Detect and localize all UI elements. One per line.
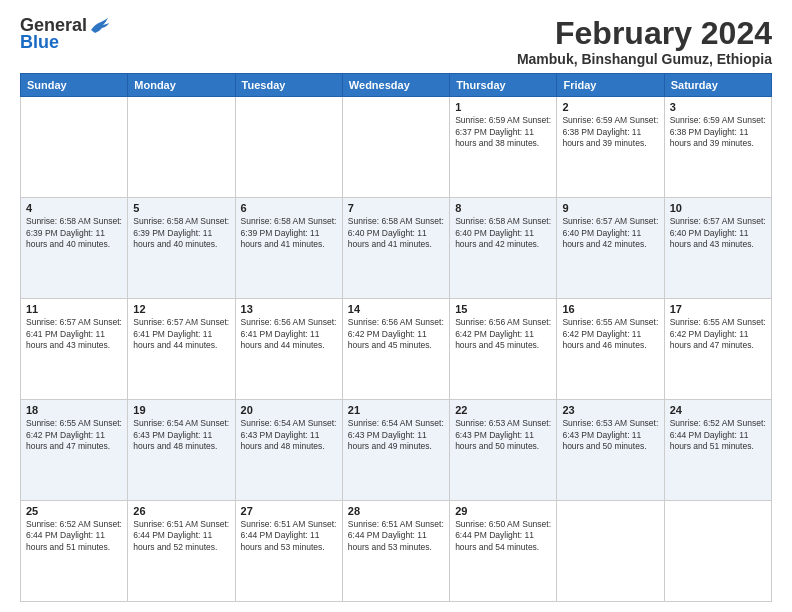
- day-info: Sunrise: 6:53 AM Sunset: 6:43 PM Dayligh…: [562, 418, 658, 452]
- table-row: 10Sunrise: 6:57 AM Sunset: 6:40 PM Dayli…: [664, 198, 771, 299]
- col-sunday: Sunday: [21, 74, 128, 97]
- day-number: 19: [133, 404, 229, 416]
- day-number: 24: [670, 404, 766, 416]
- table-row: 13Sunrise: 6:56 AM Sunset: 6:41 PM Dayli…: [235, 299, 342, 400]
- col-friday: Friday: [557, 74, 664, 97]
- table-row: 6Sunrise: 6:58 AM Sunset: 6:39 PM Daylig…: [235, 198, 342, 299]
- day-info: Sunrise: 6:51 AM Sunset: 6:44 PM Dayligh…: [133, 519, 229, 553]
- table-row: 18Sunrise: 6:55 AM Sunset: 6:42 PM Dayli…: [21, 400, 128, 501]
- day-info: Sunrise: 6:58 AM Sunset: 6:40 PM Dayligh…: [348, 216, 444, 250]
- table-row: 4Sunrise: 6:58 AM Sunset: 6:39 PM Daylig…: [21, 198, 128, 299]
- table-row: 24Sunrise: 6:52 AM Sunset: 6:44 PM Dayli…: [664, 400, 771, 501]
- logo-blue-text: Blue: [20, 32, 59, 53]
- table-row: 15Sunrise: 6:56 AM Sunset: 6:42 PM Dayli…: [450, 299, 557, 400]
- day-info: Sunrise: 6:51 AM Sunset: 6:44 PM Dayligh…: [241, 519, 337, 553]
- table-row: 5Sunrise: 6:58 AM Sunset: 6:39 PM Daylig…: [128, 198, 235, 299]
- day-number: 2: [562, 101, 658, 113]
- table-row: 29Sunrise: 6:50 AM Sunset: 6:44 PM Dayli…: [450, 501, 557, 602]
- day-number: 25: [26, 505, 122, 517]
- table-row: [557, 501, 664, 602]
- day-info: Sunrise: 6:53 AM Sunset: 6:43 PM Dayligh…: [455, 418, 551, 452]
- day-number: 21: [348, 404, 444, 416]
- day-info: Sunrise: 6:52 AM Sunset: 6:44 PM Dayligh…: [26, 519, 122, 553]
- day-number: 26: [133, 505, 229, 517]
- month-title: February 2024: [517, 16, 772, 51]
- table-row: [342, 97, 449, 198]
- table-row: 11Sunrise: 6:57 AM Sunset: 6:41 PM Dayli…: [21, 299, 128, 400]
- day-info: Sunrise: 6:58 AM Sunset: 6:39 PM Dayligh…: [133, 216, 229, 250]
- day-info: Sunrise: 6:56 AM Sunset: 6:42 PM Dayligh…: [455, 317, 551, 351]
- table-row: [21, 97, 128, 198]
- table-row: 28Sunrise: 6:51 AM Sunset: 6:44 PM Dayli…: [342, 501, 449, 602]
- header: General Blue February 2024 Mambuk, Binsh…: [20, 16, 772, 67]
- day-number: 4: [26, 202, 122, 214]
- day-info: Sunrise: 6:58 AM Sunset: 6:39 PM Dayligh…: [241, 216, 337, 250]
- day-info: Sunrise: 6:50 AM Sunset: 6:44 PM Dayligh…: [455, 519, 551, 553]
- day-number: 27: [241, 505, 337, 517]
- day-info: Sunrise: 6:58 AM Sunset: 6:40 PM Dayligh…: [455, 216, 551, 250]
- day-info: Sunrise: 6:58 AM Sunset: 6:39 PM Dayligh…: [26, 216, 122, 250]
- day-info: Sunrise: 6:52 AM Sunset: 6:44 PM Dayligh…: [670, 418, 766, 452]
- day-info: Sunrise: 6:56 AM Sunset: 6:41 PM Dayligh…: [241, 317, 337, 351]
- day-number: 17: [670, 303, 766, 315]
- day-info: Sunrise: 6:57 AM Sunset: 6:40 PM Dayligh…: [670, 216, 766, 250]
- table-row: 7Sunrise: 6:58 AM Sunset: 6:40 PM Daylig…: [342, 198, 449, 299]
- day-number: 20: [241, 404, 337, 416]
- day-info: Sunrise: 6:54 AM Sunset: 6:43 PM Dayligh…: [348, 418, 444, 452]
- table-row: 12Sunrise: 6:57 AM Sunset: 6:41 PM Dayli…: [128, 299, 235, 400]
- day-info: Sunrise: 6:55 AM Sunset: 6:42 PM Dayligh…: [670, 317, 766, 351]
- table-row: 3Sunrise: 6:59 AM Sunset: 6:38 PM Daylig…: [664, 97, 771, 198]
- page: General Blue February 2024 Mambuk, Binsh…: [0, 0, 792, 612]
- day-info: Sunrise: 6:56 AM Sunset: 6:42 PM Dayligh…: [348, 317, 444, 351]
- table-row: 27Sunrise: 6:51 AM Sunset: 6:44 PM Dayli…: [235, 501, 342, 602]
- calendar-header-row: Sunday Monday Tuesday Wednesday Thursday…: [21, 74, 772, 97]
- logo: General Blue: [20, 16, 109, 53]
- calendar-week-row: 4Sunrise: 6:58 AM Sunset: 6:39 PM Daylig…: [21, 198, 772, 299]
- day-number: 7: [348, 202, 444, 214]
- table-row: 14Sunrise: 6:56 AM Sunset: 6:42 PM Dayli…: [342, 299, 449, 400]
- table-row: 2Sunrise: 6:59 AM Sunset: 6:38 PM Daylig…: [557, 97, 664, 198]
- calendar-table: Sunday Monday Tuesday Wednesday Thursday…: [20, 73, 772, 602]
- day-info: Sunrise: 6:57 AM Sunset: 6:41 PM Dayligh…: [133, 317, 229, 351]
- logo-bird-icon: [89, 16, 109, 34]
- day-number: 11: [26, 303, 122, 315]
- day-info: Sunrise: 6:54 AM Sunset: 6:43 PM Dayligh…: [241, 418, 337, 452]
- day-number: 29: [455, 505, 551, 517]
- table-row: 22Sunrise: 6:53 AM Sunset: 6:43 PM Dayli…: [450, 400, 557, 501]
- day-number: 16: [562, 303, 658, 315]
- day-info: Sunrise: 6:51 AM Sunset: 6:44 PM Dayligh…: [348, 519, 444, 553]
- day-number: 12: [133, 303, 229, 315]
- day-number: 6: [241, 202, 337, 214]
- day-number: 8: [455, 202, 551, 214]
- calendar-week-row: 11Sunrise: 6:57 AM Sunset: 6:41 PM Dayli…: [21, 299, 772, 400]
- day-number: 1: [455, 101, 551, 113]
- table-row: 16Sunrise: 6:55 AM Sunset: 6:42 PM Dayli…: [557, 299, 664, 400]
- calendar-week-row: 18Sunrise: 6:55 AM Sunset: 6:42 PM Dayli…: [21, 400, 772, 501]
- day-number: 15: [455, 303, 551, 315]
- table-row: 20Sunrise: 6:54 AM Sunset: 6:43 PM Dayli…: [235, 400, 342, 501]
- day-info: Sunrise: 6:57 AM Sunset: 6:41 PM Dayligh…: [26, 317, 122, 351]
- location-subtitle: Mambuk, Binshangul Gumuz, Ethiopia: [517, 51, 772, 67]
- day-number: 23: [562, 404, 658, 416]
- title-block: February 2024 Mambuk, Binshangul Gumuz, …: [517, 16, 772, 67]
- day-number: 28: [348, 505, 444, 517]
- table-row: 25Sunrise: 6:52 AM Sunset: 6:44 PM Dayli…: [21, 501, 128, 602]
- day-info: Sunrise: 6:59 AM Sunset: 6:38 PM Dayligh…: [670, 115, 766, 149]
- table-row: 1Sunrise: 6:59 AM Sunset: 6:37 PM Daylig…: [450, 97, 557, 198]
- table-row: 9Sunrise: 6:57 AM Sunset: 6:40 PM Daylig…: [557, 198, 664, 299]
- table-row: 17Sunrise: 6:55 AM Sunset: 6:42 PM Dayli…: [664, 299, 771, 400]
- col-monday: Monday: [128, 74, 235, 97]
- day-number: 22: [455, 404, 551, 416]
- table-row: [235, 97, 342, 198]
- day-number: 14: [348, 303, 444, 315]
- day-number: 9: [562, 202, 658, 214]
- col-wednesday: Wednesday: [342, 74, 449, 97]
- table-row: 8Sunrise: 6:58 AM Sunset: 6:40 PM Daylig…: [450, 198, 557, 299]
- day-number: 13: [241, 303, 337, 315]
- calendar-week-row: 25Sunrise: 6:52 AM Sunset: 6:44 PM Dayli…: [21, 501, 772, 602]
- day-number: 5: [133, 202, 229, 214]
- day-info: Sunrise: 6:54 AM Sunset: 6:43 PM Dayligh…: [133, 418, 229, 452]
- day-info: Sunrise: 6:59 AM Sunset: 6:37 PM Dayligh…: [455, 115, 551, 149]
- table-row: [664, 501, 771, 602]
- calendar-week-row: 1Sunrise: 6:59 AM Sunset: 6:37 PM Daylig…: [21, 97, 772, 198]
